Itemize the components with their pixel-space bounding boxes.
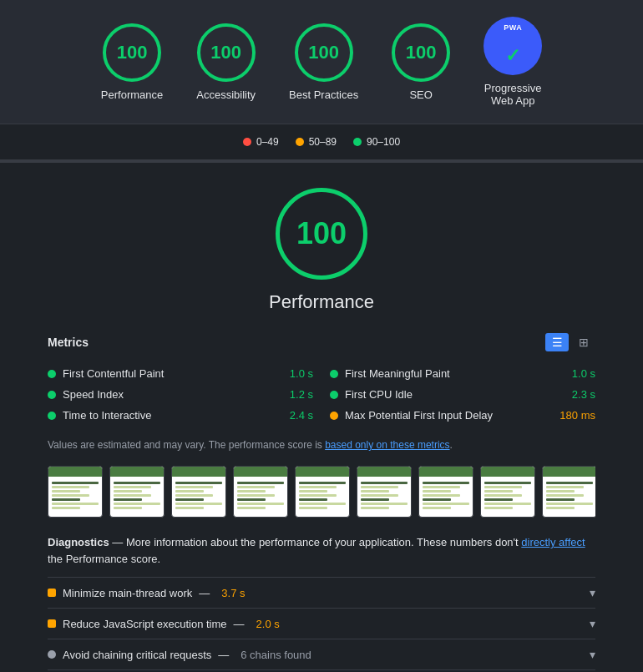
metric-value-fci: 2.3 s bbox=[572, 388, 595, 401]
metrics-left-col: First Contentful Paint 1.0 s Speed Index… bbox=[48, 363, 313, 426]
legend-dot-mid bbox=[296, 138, 304, 146]
metric-left-fcp: First Contentful Paint bbox=[48, 367, 164, 380]
list-view-button[interactable]: ☰ bbox=[545, 333, 569, 351]
score-label-best-practices: Best Practices bbox=[289, 88, 358, 101]
diagnostics-list: Minimize main-thread work — 3.7 s ▾ Redu… bbox=[48, 577, 595, 672]
score-circle-performance: 100 bbox=[103, 23, 161, 82]
metric-value-fcp: 1.0 s bbox=[290, 367, 313, 380]
diagnostics-subtext: — More information about the performance… bbox=[109, 536, 522, 548]
thumbnail-8[interactable] bbox=[542, 466, 595, 518]
thumbnail-0[interactable] bbox=[48, 466, 103, 518]
diag-text-minimize-main: Minimize main-thread work bbox=[63, 587, 192, 599]
legend-dot-high bbox=[353, 138, 362, 146]
main-score-value: 100 bbox=[296, 216, 347, 251]
metrics-grid: First Contentful Paint 1.0 s Speed Index… bbox=[48, 363, 595, 426]
metric-dot-mpfid bbox=[330, 412, 338, 420]
thumbnail-2[interactable] bbox=[171, 466, 226, 518]
metric-left-fci: First CPU Idle bbox=[330, 388, 413, 401]
metric-dot-si bbox=[48, 391, 56, 399]
main-score-section: 100 Performance bbox=[48, 188, 595, 313]
score-item-seo[interactable]: 100 SEO bbox=[392, 23, 450, 101]
diag-value-minimize-main: 3.7 s bbox=[221, 587, 245, 599]
pwa-label: ProgressiveWeb App bbox=[484, 82, 542, 107]
metric-row-fci: First CPU Idle 2.3 s bbox=[330, 384, 595, 405]
diag-item-avoid-chaining[interactable]: Avoid chaining critical requests — 6 cha… bbox=[48, 639, 595, 669]
legend-range-mid: 50–89 bbox=[309, 136, 337, 148]
score-circle-accessibility: 100 bbox=[197, 23, 256, 82]
metrics-header: Metrics ☰ ⊞ bbox=[48, 333, 595, 351]
diag-chevron-avoid-chaining: ▾ bbox=[590, 648, 595, 661]
estimated-link[interactable]: based only on these metrics bbox=[325, 439, 449, 451]
metric-left-si: Speed Index bbox=[48, 388, 124, 401]
estimated-suffix: . bbox=[450, 439, 453, 451]
metric-value-mpfid: 180 ms bbox=[559, 409, 595, 422]
metric-row-fmp: First Meaningful Paint 1.0 s bbox=[330, 363, 595, 384]
legend-bar: 0–49 50–89 90–100 bbox=[0, 124, 643, 159]
legend-range-low: 0–49 bbox=[256, 136, 279, 148]
pwa-check-icon: ✓ bbox=[505, 45, 520, 67]
metric-name-si: Speed Index bbox=[63, 388, 124, 401]
main-score-label: Performance bbox=[269, 291, 374, 313]
diag-left-avoid-chaining: Avoid chaining critical requests — 6 cha… bbox=[48, 649, 580, 661]
thumbnail-4[interactable] bbox=[295, 466, 350, 518]
diag-item-minimize-main[interactable]: Minimize main-thread work — 3.7 s ▾ bbox=[48, 577, 595, 608]
legend-range-high: 90–100 bbox=[367, 136, 400, 148]
diag-chevron-reduce-js: ▾ bbox=[590, 617, 595, 630]
score-circle-best-practices: 100 bbox=[295, 23, 353, 82]
metric-row-mpfid: Max Potential First Input Delay 180 ms bbox=[330, 405, 595, 426]
diagnostics-link[interactable]: directly affect bbox=[521, 536, 585, 548]
diag-text-avoid-chaining: Avoid chaining critical requests bbox=[63, 649, 211, 661]
metrics-right-col: First Meaningful Paint 1.0 s First CPU I… bbox=[330, 363, 595, 426]
score-item-best-practices[interactable]: 100 Best Practices bbox=[289, 23, 358, 101]
metric-name-mpfid: Max Potential First Input Delay bbox=[345, 409, 493, 422]
thumbnail-7[interactable] bbox=[480, 466, 535, 518]
score-label-seo: SEO bbox=[409, 88, 432, 101]
metric-dot-fcp bbox=[48, 370, 56, 378]
metric-value-tti: 2.4 s bbox=[290, 409, 313, 422]
metric-name-fmp: First Meaningful Paint bbox=[345, 367, 450, 380]
pwa-circle: PWA ✓ bbox=[484, 17, 542, 75]
thumbnails-strip bbox=[48, 466, 595, 518]
diag-dash-minimize-main: — bbox=[199, 587, 210, 599]
legend-item-mid: 50–89 bbox=[296, 136, 337, 148]
estimated-prefix: Values are estimated and may vary. The p… bbox=[48, 439, 325, 451]
diag-item-reduce-js[interactable]: Reduce JavaScript execution time — 2.0 s… bbox=[48, 608, 595, 639]
metric-dot-fmp bbox=[330, 370, 338, 378]
diag-left-reduce-js: Reduce JavaScript execution time — 2.0 s bbox=[48, 618, 580, 630]
score-item-pwa[interactable]: PWA ✓ ProgressiveWeb App bbox=[484, 17, 542, 107]
metric-row-tti: Time to Interactive 2.4 s bbox=[48, 405, 313, 426]
metric-left-tti: Time to Interactive bbox=[48, 409, 151, 422]
metric-row-si: Speed Index 1.2 s bbox=[48, 384, 313, 405]
thumbnail-6[interactable] bbox=[418, 466, 473, 518]
score-label-performance: Performance bbox=[101, 88, 163, 101]
diag-dot-minimize-main bbox=[48, 589, 56, 597]
metrics-title: Metrics bbox=[48, 336, 89, 349]
thumbnail-3[interactable] bbox=[233, 466, 288, 518]
metric-left-mpfid: Max Potential First Input Delay bbox=[330, 409, 493, 422]
metric-value-si: 1.2 s bbox=[290, 388, 313, 401]
main-content: 100 Performance Metrics ☰ ⊞ First Conten… bbox=[0, 163, 643, 672]
pwa-badge: PWA bbox=[504, 23, 522, 32]
estimated-note: Values are estimated and may vary. The p… bbox=[48, 439, 595, 451]
diag-dash-reduce-js: — bbox=[234, 618, 245, 630]
view-toggle[interactable]: ☰ ⊞ bbox=[545, 333, 595, 351]
main-score-circle: 100 bbox=[276, 188, 367, 280]
score-circle-seo: 100 bbox=[392, 23, 450, 82]
metric-value-fmp: 1.0 s bbox=[572, 367, 595, 380]
thumbnail-5[interactable] bbox=[357, 466, 412, 518]
diag-text-reduce-js: Reduce JavaScript execution time bbox=[63, 618, 227, 630]
metric-row-fcp: First Contentful Paint 1.0 s bbox=[48, 363, 313, 384]
diag-left-minimize-main: Minimize main-thread work — 3.7 s bbox=[48, 587, 580, 599]
diagnostics-title: Diagnostics bbox=[48, 536, 109, 548]
thumbnail-1[interactable] bbox=[109, 466, 165, 518]
metric-dot-fci bbox=[330, 391, 338, 399]
grid-view-button[interactable]: ⊞ bbox=[572, 333, 595, 351]
metric-name-fci: First CPU Idle bbox=[345, 388, 413, 401]
diag-dot-avoid-chaining bbox=[48, 650, 56, 659]
score-item-performance[interactable]: 100 Performance bbox=[101, 23, 163, 101]
diag-chevron-minimize-main: ▾ bbox=[590, 586, 595, 599]
score-item-accessibility[interactable]: 100 Accessibility bbox=[196, 23, 256, 101]
metric-name-tti: Time to Interactive bbox=[63, 409, 151, 422]
diag-value-reduce-js: 2.0 s bbox=[256, 618, 280, 630]
legend-item-low: 0–49 bbox=[243, 136, 279, 148]
